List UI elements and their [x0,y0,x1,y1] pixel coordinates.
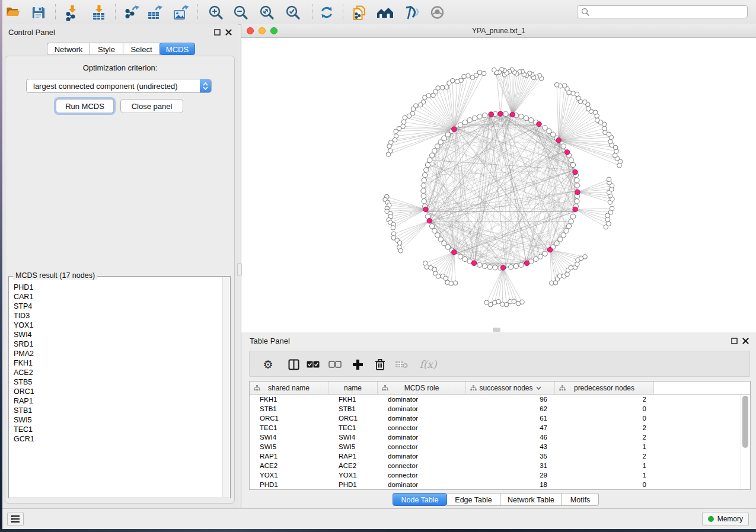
zoom-out-button[interactable] [232,4,250,21]
refresh-button[interactable] [318,4,336,21]
tab-network[interactable]: Network [47,43,90,55]
delete-column-button[interactable] [372,357,388,372]
dominator-node[interactable] [510,112,515,117]
column-header-predecessor-nodes[interactable]: predecessor nodes [555,382,654,394]
float-panel-icon[interactable] [731,338,738,344]
panel-splitter-grip[interactable] [237,263,242,276]
import-table-button[interactable] [90,4,107,21]
mcds-result-item[interactable]: SRD1 [9,339,223,349]
table-scrollbar-thumb[interactable] [742,396,748,448]
mcds-result-item[interactable]: TID3 [9,311,223,321]
export-table-button[interactable] [146,4,164,21]
open-session-button[interactable] [4,4,22,21]
dominator-node[interactable] [547,247,552,252]
table-row[interactable]: YOX1YOX1connector291 [250,470,750,480]
column-header-shared-name[interactable]: shared name [250,382,328,394]
dominator-node[interactable] [575,190,580,194]
table-scrollbar-track[interactable] [741,395,749,489]
zoom-in-button[interactable] [207,4,225,21]
dominator-node[interactable] [427,219,432,223]
tab-style[interactable]: Style [90,43,123,55]
tab-network-table[interactable]: Network Table [500,493,562,506]
mcds-result-item[interactable]: TEC1 [9,425,223,434]
clone-network-button[interactable] [350,4,368,21]
network-graph[interactable] [241,38,756,332]
table-settings-button[interactable]: ⚙ [260,357,276,372]
dominator-node[interactable] [524,261,529,265]
mcds-result-item[interactable]: PHD1 [9,283,223,292]
network-canvas[interactable] [241,38,756,332]
table-row[interactable]: ACE2ACE2connector311 [250,461,750,470]
dominator-node[interactable] [573,169,578,174]
criterion-select[interactable]: largest connected component (undirected) [26,79,212,93]
dominator-node[interactable] [471,261,476,265]
mcds-result-item[interactable]: ORC1 [9,387,223,396]
import-network-button[interactable] [63,4,81,21]
dominator-node[interactable] [452,250,457,255]
mcds-result-item[interactable]: GCR1 [9,434,223,444]
mcds-result-scrollbar[interactable] [222,277,229,497]
mcds-result-item[interactable]: STP4 [9,302,223,311]
dominator-node[interactable] [573,207,578,211]
mcds-result-item[interactable]: CAR1 [9,292,223,302]
table-row[interactable]: ORC1ORC1dominator610 [250,414,750,423]
table-row[interactable]: SWI5SWI5connector431 [250,442,750,451]
mcds-result-item[interactable]: YOX1 [9,321,223,330]
delete-table-button[interactable] [394,357,409,372]
close-panel-icon[interactable] [225,29,232,36]
zoom-fit-button[interactable] [258,4,276,21]
run-mcds-button[interactable]: Run MCDS [56,99,114,113]
column-header-successor-nodes[interactable]: successor nodes [466,382,555,394]
column-header-MCDS-role[interactable]: MCDS role [378,382,466,394]
dominator-node[interactable] [498,111,503,116]
export-network-button[interactable] [123,4,141,21]
dominator-node[interactable] [489,112,493,117]
dominator-node[interactable] [564,150,569,155]
memory-button[interactable]: Memory [702,512,749,526]
tab-motifs[interactable]: Motifs [562,493,599,506]
function-builder-button[interactable]: f(x) [417,357,439,372]
dominator-node[interactable] [423,207,428,211]
table-row[interactable]: STB1STB1dominator620 [250,404,750,414]
horizontal-splitter-handle[interactable] [493,328,500,332]
table-row[interactable]: SWI4SWI4dominator462 [250,432,750,442]
tab-select[interactable]: Select [123,43,160,55]
mcds-result-item[interactable]: RAP1 [9,396,223,406]
mcds-result-item[interactable]: STB5 [9,377,223,387]
zoom-selected-button[interactable] [284,4,302,21]
dominator-node[interactable] [452,127,457,132]
dominator-node[interactable] [500,265,505,270]
table-row[interactable]: PHD1PHD1dominator180 [250,480,750,489]
float-panel-icon[interactable] [214,29,221,36]
show-all-button[interactable] [428,4,446,21]
mcds-result-list[interactable]: PHD1CAR1STP4TID3YOX1SWI4SRD1PMA2FKH1ACE2… [9,277,223,497]
table-row[interactable]: TEC1TEC1connector472 [250,423,750,432]
first-neighbors-button[interactable] [376,4,394,21]
close-panel-button[interactable]: Close panel [120,99,183,113]
mcds-result-item[interactable]: PMA2 [9,349,223,358]
tab-mcds[interactable]: MCDS [160,43,195,55]
mcds-result-item[interactable]: SWI5 [9,415,223,425]
task-history-button[interactable] [7,512,24,526]
save-session-button[interactable] [29,4,47,21]
add-column-button[interactable] [350,357,365,372]
export-image-button[interactable] [172,4,190,21]
mcds-result-item[interactable]: FKH1 [9,358,223,368]
select-all-button[interactable] [305,357,321,372]
mcds-result-item[interactable]: STB1 [9,406,223,415]
tab-node-table[interactable]: Node Table [393,493,447,506]
hide-selected-button[interactable] [402,4,420,21]
search-input[interactable] [592,7,747,17]
table-row[interactable]: RAP1RAP1dominator352 [250,451,750,461]
mcds-result-item[interactable]: ACE2 [9,368,223,377]
table-row[interactable]: FKH1FKH1dominator962 [250,395,750,404]
quick-search-field[interactable] [577,5,748,18]
unselect-all-button[interactable] [327,357,343,372]
dominator-node[interactable] [556,138,561,143]
close-panel-icon[interactable] [742,338,749,344]
dominator-node[interactable] [537,121,541,126]
tab-edge-table[interactable]: Edge Table [447,493,500,506]
column-header-name[interactable]: name [328,382,378,394]
show-columns-button[interactable] [286,357,301,372]
mcds-result-item[interactable]: SWI4 [9,330,223,339]
